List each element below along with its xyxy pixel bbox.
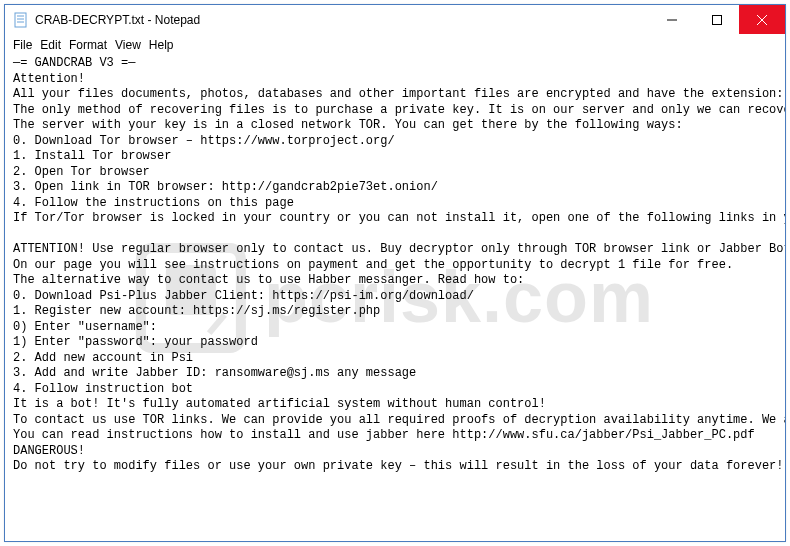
window-title: CRAB-DECRYPT.txt - Notepad xyxy=(35,13,649,27)
notepad-window: CRAB-DECRYPT.txt - Notepad File Edit For… xyxy=(4,4,786,542)
close-button[interactable] xyxy=(739,5,785,34)
menubar: File Edit Format View Help xyxy=(5,35,785,54)
svg-rect-0 xyxy=(15,13,26,27)
text-area[interactable]: pcrisk.com—= GANDCRAB V3 =— Attention! A… xyxy=(5,54,785,541)
window-controls xyxy=(649,5,785,35)
menu-help[interactable]: Help xyxy=(145,38,178,52)
menu-format[interactable]: Format xyxy=(65,38,111,52)
minimize-button[interactable] xyxy=(649,5,694,34)
menu-view[interactable]: View xyxy=(111,38,145,52)
maximize-button[interactable] xyxy=(694,5,739,34)
notepad-icon xyxy=(13,12,29,28)
titlebar[interactable]: CRAB-DECRYPT.txt - Notepad xyxy=(5,5,785,35)
svg-rect-5 xyxy=(712,15,721,24)
text-content: —= GANDCRAB V3 =— Attention! All your fi… xyxy=(13,56,785,473)
menu-file[interactable]: File xyxy=(9,38,36,52)
menu-edit[interactable]: Edit xyxy=(36,38,65,52)
